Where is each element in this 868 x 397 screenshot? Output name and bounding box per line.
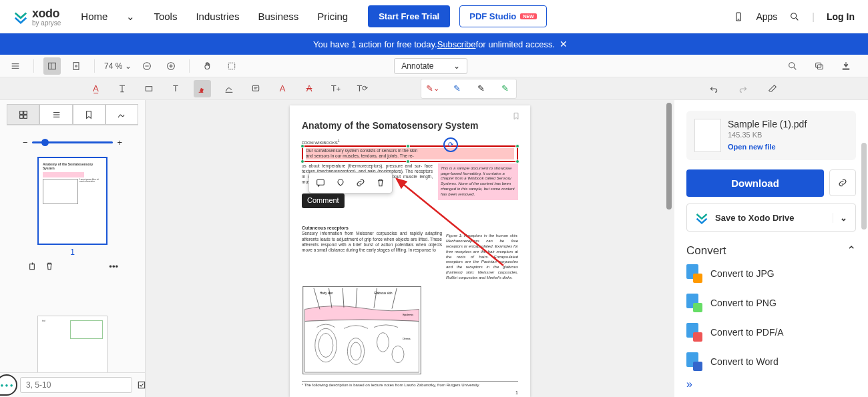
share-link-button[interactable]: [829, 169, 856, 196]
page-thumbnail-1[interactable]: Anatomy of the Somatosensory System Lore…: [37, 157, 107, 245]
pan-hand-icon[interactable]: [199, 57, 216, 75]
pdf-studio-button[interactable]: PDF Studio NEW: [459, 5, 546, 27]
svg-text:Dermis: Dermis: [403, 337, 411, 340]
hl-black[interactable]: ✎: [471, 81, 491, 97]
panel-toggle-icon[interactable]: [43, 57, 61, 75]
popup-style-icon[interactable]: [333, 175, 348, 190]
page-thumbnail-2[interactable]: text: [37, 316, 107, 372]
strikeout-icon[interactable]: A: [300, 80, 318, 97]
eraser-icon[interactable]: [764, 80, 781, 97]
svg-rect-30: [23, 115, 27, 118]
tab-outlines[interactable]: [39, 104, 72, 125]
doc-scrollbar[interactable]: [666, 103, 672, 210]
nav-tools[interactable]: Tools: [154, 11, 177, 22]
left-panel-tabs: [7, 104, 138, 125]
promo-banner: You have 1 action for free today. Subscr…: [0, 33, 868, 55]
workspace: − + Anatomy of the Somatosensory System …: [0, 100, 868, 397]
search-doc-icon[interactable]: [784, 57, 801, 75]
freehand-icon[interactable]: [220, 80, 238, 97]
view-mode-icon[interactable]: [67, 57, 85, 75]
zoom-control[interactable]: 74 % ⌄: [104, 61, 132, 71]
more-options-icon[interactable]: •••: [109, 262, 118, 272]
replace-text-icon[interactable]: T⟳: [354, 80, 371, 97]
skin-diagram-figure: Hairy skinGlabrous skin EpidermisDermis: [302, 284, 422, 377]
subscribe-link[interactable]: Subscribe: [437, 39, 476, 49]
file-info-card: Sample File (1).pdf 145.35 KB Open new f…: [686, 111, 856, 160]
nav-home[interactable]: Home: [81, 11, 107, 22]
convert-to-jpg[interactable]: Convert to JPG: [686, 264, 856, 283]
hl-red[interactable]: ✎⌄: [423, 81, 443, 97]
convert-to-word[interactable]: Convert to Word: [686, 352, 856, 371]
convert-to-pdfa[interactable]: Convert to PDF/A: [686, 323, 856, 342]
save-xodo-chevron-icon[interactable]: ⌄: [833, 213, 847, 223]
nav-chevron-icon[interactable]: ⌄: [126, 11, 135, 23]
search-icon[interactable]: [789, 11, 800, 22]
tab-signatures[interactable]: [105, 104, 138, 125]
popup-link-icon[interactable]: [353, 175, 368, 190]
zoom-out-icon[interactable]: [138, 57, 156, 75]
document-viewport[interactable]: Anatomy of the Somatosensory System FROM…: [146, 100, 674, 397]
selected-annotation[interactable]: Our somatosensory system consists of sen…: [302, 145, 518, 162]
bookmark-ribbon-icon[interactable]: [511, 111, 521, 121]
popup-delete-icon[interactable]: [373, 175, 388, 190]
figure-caption: Figure 1: Receptors in the human skin: M…: [446, 234, 518, 280]
svg-rect-7: [49, 63, 56, 69]
comments-panel-icon[interactable]: [811, 57, 828, 75]
banner-close-icon[interactable]: ✕: [560, 39, 568, 49]
thumbnail-scroll[interactable]: − + Anatomy of the Somatosensory System …: [0, 125, 145, 372]
svg-rect-20: [817, 65, 823, 69]
hl-green[interactable]: ✎: [495, 81, 515, 97]
minus-icon[interactable]: −: [23, 137, 28, 147]
popup-comment-icon[interactable]: [313, 175, 328, 190]
delete-page-icon[interactable]: [44, 261, 55, 272]
underline-icon[interactable]: A̲: [87, 80, 104, 97]
apps-link[interactable]: Apps: [756, 11, 777, 22]
freetext-icon[interactable]: T: [167, 80, 184, 97]
select-marquee-icon[interactable]: [223, 57, 240, 75]
nav-business[interactable]: Business: [258, 11, 298, 22]
expand-panel-icon[interactable]: »: [686, 378, 692, 390]
start-trial-button[interactable]: Start Free Trial: [368, 5, 450, 27]
cookie-settings-icon[interactable]: ● ● ●: [0, 374, 17, 396]
svg-line-41: [343, 288, 344, 308]
text-highlight-icon[interactable]: A: [274, 80, 291, 97]
convert-section-header[interactable]: Convert ⌃: [686, 244, 856, 258]
annotation-mode-select[interactable]: Annotate⌄: [394, 58, 467, 74]
open-new-file-link[interactable]: Open new file: [728, 143, 807, 151]
download-button[interactable]: Download: [686, 169, 824, 197]
insert-text-icon[interactable]: T+: [327, 80, 345, 97]
highlight-tool-icon[interactable]: [194, 80, 211, 97]
hl-blue[interactable]: ✎: [447, 81, 467, 97]
menu-icon[interactable]: [7, 57, 24, 75]
chevron-up-icon: ⌃: [847, 244, 856, 258]
processing-spinner-icon: ⟳: [443, 137, 458, 152]
nav-industries[interactable]: Industries: [196, 11, 239, 22]
login-link[interactable]: Log In: [827, 11, 855, 22]
annotation-toolbar: A̲ T A A T+ T⟳ ✎⌄ ✎ ✎ ✎: [0, 77, 868, 100]
right-panel-scrollbar[interactable]: [861, 143, 867, 230]
tab-thumbnails[interactable]: [7, 104, 39, 125]
xodo-drive-icon: [695, 211, 708, 224]
brand-logo[interactable]: xodo by apryse: [13, 7, 61, 27]
note-icon[interactable]: [247, 80, 264, 97]
zoom-in-icon[interactable]: [162, 57, 180, 75]
svg-rect-21: [146, 86, 152, 91]
nav-pricing[interactable]: Pricing: [317, 11, 348, 22]
download-icon[interactable]: [837, 57, 855, 75]
svg-point-10: [75, 65, 77, 67]
page-range-input[interactable]: [20, 377, 132, 393]
highlight-color-group: ✎⌄ ✎ ✎ ✎: [421, 79, 517, 99]
tab-bookmarks[interactable]: [73, 104, 105, 125]
svg-rect-34: [30, 264, 35, 270]
text-select-icon[interactable]: [114, 80, 131, 97]
rotate-page-icon[interactable]: [27, 261, 37, 272]
plus-icon[interactable]: +: [117, 137, 122, 147]
rectangle-icon[interactable]: [140, 80, 158, 97]
mobile-icon: [733, 11, 744, 22]
redo-icon[interactable]: [734, 80, 752, 97]
thumb-size-slider[interactable]: − +: [23, 137, 122, 147]
highlighted-text-1: Our somatosensory system consists of sen…: [306, 148, 514, 153]
save-to-xodo-button[interactable]: Save to Xodo Drive ⌄: [686, 204, 856, 232]
undo-icon[interactable]: [705, 80, 722, 97]
convert-to-png[interactable]: Convert to PNG: [686, 294, 856, 312]
